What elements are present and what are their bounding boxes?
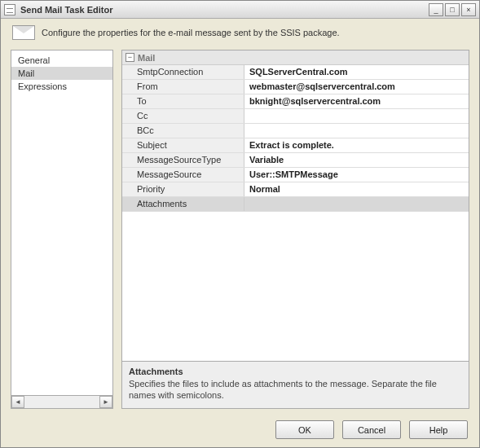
prop-name: Cc	[122, 109, 244, 123]
prop-name: SmtpConnection	[122, 65, 244, 79]
nav-panel: General Mail Expressions ◄ ►	[11, 50, 113, 409]
close-button[interactable]: ×	[461, 3, 476, 16]
help-button[interactable]: Help	[409, 420, 468, 439]
minimize-button[interactable]: _	[429, 3, 443, 16]
property-grid: − Mail SmtpConnection SQLServerCentral.c…	[122, 51, 469, 361]
category-name: Mail	[138, 53, 155, 63]
dialog-window: Send Mail Task Editor _ □ × Configure th…	[0, 0, 480, 448]
prop-name: Subject	[122, 138, 244, 152]
prop-cc[interactable]: Cc	[122, 109, 469, 124]
window-title: Send Mail Task Editor	[20, 5, 429, 15]
prop-value[interactable]	[244, 124, 469, 138]
app-icon	[4, 4, 15, 15]
nav-scrollbar: ◄ ►	[11, 395, 112, 408]
nav-list: General Mail Expressions	[11, 51, 112, 395]
help-text: Specifies the files to include as attach…	[129, 379, 462, 402]
prop-name: To	[122, 94, 244, 108]
help-title: Attachments	[129, 367, 462, 376]
main-area: General Mail Expressions ◄ ► − Mail Smtp…	[1, 46, 479, 414]
nav-item-general[interactable]: General	[11, 54, 112, 67]
prop-value[interactable]: User::SMTPMessage	[244, 168, 469, 182]
prop-messagesourcetype[interactable]: MessageSourceType Variable	[122, 153, 469, 168]
prop-name: BCc	[122, 124, 244, 138]
scroll-right-button[interactable]: ►	[99, 396, 112, 408]
prop-value[interactable]: Extract is complete.	[244, 138, 469, 152]
titlebar: Send Mail Task Editor _ □ ×	[1, 1, 479, 19]
prop-value[interactable]	[244, 197, 469, 211]
prop-value[interactable]: Normal	[244, 182, 469, 196]
prop-priority[interactable]: Priority Normal	[122, 182, 469, 197]
scroll-track[interactable]	[24, 396, 99, 408]
prop-name: Attachments	[122, 197, 244, 211]
prop-messagesource[interactable]: MessageSource User::SMTPMessage	[122, 168, 469, 182]
prop-value[interactable]: webmaster@sqlservercentral.com	[244, 80, 469, 94]
prop-name: MessageSourceType	[122, 153, 244, 167]
prop-name: MessageSource	[122, 168, 244, 182]
nav-item-expressions[interactable]: Expressions	[11, 80, 112, 93]
prop-subject[interactable]: Subject Extract is complete.	[122, 138, 469, 153]
description-row: Configure the properties for the e-mail …	[1, 19, 479, 46]
category-row: − Mail	[122, 51, 469, 65]
prop-name: From	[122, 80, 244, 94]
prop-value[interactable]: Variable	[244, 153, 469, 167]
ok-button[interactable]: OK	[275, 420, 334, 439]
collapse-icon[interactable]: −	[126, 53, 134, 62]
prop-smtpconnection[interactable]: SmtpConnection SQLServerCentral.com	[122, 65, 469, 80]
mail-icon	[12, 25, 35, 40]
prop-value[interactable]: SQLServerCentral.com	[244, 65, 469, 79]
window-controls: _ □ ×	[429, 3, 476, 16]
prop-to[interactable]: To bknight@sqlservercentral.com	[122, 94, 469, 109]
cancel-button[interactable]: Cancel	[342, 420, 401, 439]
help-pane: Attachments Specifies the files to inclu…	[122, 361, 469, 408]
prop-value[interactable]: bknight@sqlservercentral.com	[244, 94, 469, 108]
prop-attachments[interactable]: Attachments	[122, 197, 469, 212]
description-text: Configure the properties for the e-mail …	[42, 28, 340, 37]
property-panel: − Mail SmtpConnection SQLServerCentral.c…	[121, 50, 469, 409]
prop-bcc[interactable]: BCc	[122, 124, 469, 138]
prop-name: Priority	[122, 182, 244, 196]
prop-value[interactable]	[244, 109, 469, 123]
maximize-button[interactable]: □	[445, 3, 460, 16]
prop-from[interactable]: From webmaster@sqlservercentral.com	[122, 80, 469, 94]
scroll-left-button[interactable]: ◄	[11, 396, 24, 408]
nav-item-mail[interactable]: Mail	[11, 67, 112, 80]
button-row: OK Cancel Help	[1, 414, 479, 447]
